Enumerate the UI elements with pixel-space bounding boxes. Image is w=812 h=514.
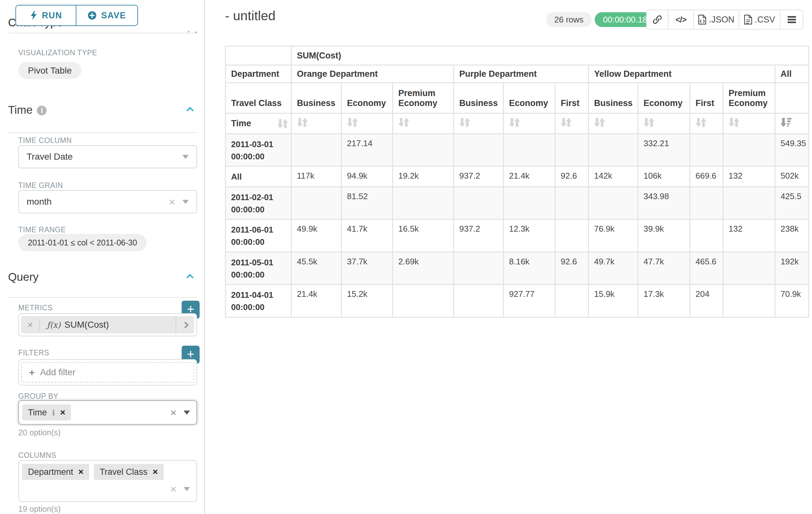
class-header: Business: [589, 83, 637, 113]
class-header: Premium Economy: [393, 83, 453, 113]
sort-column-button[interactable]: [393, 114, 453, 133]
sort-icon: [561, 117, 572, 128]
group-by-label: GROUP BY: [18, 392, 58, 401]
group-header: Yellow Department: [589, 65, 775, 82]
view-query-button[interactable]: </>: [669, 10, 694, 29]
cell: 927.77: [504, 285, 555, 317]
cell: 343.98: [638, 187, 689, 219]
lightning-icon: [30, 10, 37, 20]
row-header: 2011-04-01 00:00:00: [226, 285, 291, 317]
columns-tag-department[interactable]: Department ×: [22, 464, 89, 480]
plus-circle-icon: [88, 11, 96, 20]
info-icon[interactable]: i: [37, 106, 47, 115]
cell: 332.21: [638, 134, 689, 166]
cell: 49.9k: [292, 220, 341, 251]
class-header: Business: [292, 83, 341, 113]
sort-row: Time: [226, 114, 808, 133]
copy-link-button[interactable]: [647, 10, 669, 29]
cell: 37.7k: [342, 252, 392, 284]
sort-column-button[interactable]: [589, 114, 637, 133]
metric-header-row: SUM(Cost): [226, 47, 808, 64]
cell: 117k: [292, 167, 341, 186]
group-by-select[interactable]: Time i × ×: [18, 400, 197, 425]
cell: 502k: [775, 167, 808, 186]
sort-column-button[interactable]: [556, 114, 588, 133]
sort-column-active-button[interactable]: [775, 114, 808, 133]
clear-icon[interactable]: ×: [170, 484, 176, 494]
table-row: 2011-04-01 00:00:00 21.4k 15.2k 927.77 1…: [226, 285, 808, 317]
visualization-type-label: VISUALIZATION TYPE: [18, 49, 97, 57]
remove-metric-icon[interactable]: ×: [21, 319, 40, 330]
remove-tag-icon[interactable]: ×: [78, 467, 83, 477]
clear-icon[interactable]: ×: [169, 196, 175, 207]
metric-chip[interactable]: × ƒ(x) SUM(Cost): [21, 316, 194, 333]
row-header: 2011-05-01 00:00:00: [226, 252, 291, 284]
sort-column-button[interactable]: [638, 114, 689, 133]
sort-column-button[interactable]: [690, 114, 722, 133]
columns-tag-travel-class[interactable]: Travel Class ×: [94, 464, 163, 480]
export-json-button[interactable]: .JSON: [694, 10, 739, 29]
cell: 937.2: [454, 167, 503, 186]
save-button[interactable]: SAVE: [76, 5, 138, 26]
group-by-tag-time[interactable]: Time i ×: [22, 404, 71, 421]
time-column-select[interactable]: Travel Date: [18, 145, 197, 168]
chevron-down-icon: [183, 487, 190, 491]
sort-column-button[interactable]: [504, 114, 555, 133]
cell: 132: [723, 220, 775, 251]
time-column-label: TIME COLUMN: [18, 136, 72, 145]
info-icon[interactable]: i: [52, 408, 55, 417]
metric-header: SUM(Cost): [292, 47, 808, 64]
collapse-time-chevron-icon[interactable]: [186, 107, 194, 114]
remove-tag-icon[interactable]: ×: [152, 467, 157, 477]
class-header: First: [690, 83, 722, 113]
sort-icon: [729, 117, 740, 128]
row-header: All: [226, 167, 291, 186]
export-csv-button[interactable]: .CSV: [739, 10, 781, 29]
metric-name: SUM(Cost): [64, 320, 109, 330]
time-range-pill[interactable]: 2011-01-01 ≤ col < 2011-06-30: [18, 234, 147, 251]
cell: 21.4k: [292, 285, 341, 317]
section-divider: [8, 132, 197, 133]
sort-icon: [696, 117, 706, 128]
cell: 106k: [638, 167, 689, 186]
cell: 47.7k: [638, 252, 689, 284]
table-row: 2011-05-01 00:00:00 45.5k 37.7k 2.69k 8.…: [226, 252, 808, 284]
cell: 39.9k: [638, 220, 689, 251]
visualization-type-pill[interactable]: Pivot Table: [18, 62, 81, 79]
time-grain-select[interactable]: month ×: [18, 190, 197, 213]
department-header-row: Department Orange Department Purple Depa…: [226, 65, 808, 82]
time-sort-header[interactable]: Time: [226, 114, 291, 133]
sort-column-button[interactable]: [292, 114, 341, 133]
sort-icon: [509, 117, 520, 128]
time-section-heading: Time i: [8, 104, 47, 116]
cell: 204: [690, 285, 722, 317]
table-row: All 117k 94.9k 19.2k 937.2 21.4k 92.6 14…: [226, 167, 808, 186]
columns-select[interactable]: Department × Travel Class × ×: [18, 460, 197, 502]
control-panel-sidebar: Chart Type RUN SAVE VISUALIZATION TYPE P…: [0, 0, 205, 514]
class-header: Premium Economy: [723, 83, 775, 113]
cell: 19.2k: [393, 167, 453, 186]
sort-column-button[interactable]: [454, 114, 503, 133]
add-filter-button[interactable]: + Add filter: [21, 362, 194, 383]
filters-container: + Add filter: [18, 359, 197, 385]
chart-title[interactable]: - untitled: [225, 8, 276, 23]
row-count-badge: 26 rows: [546, 12, 592, 27]
collapse-query-chevron-icon[interactable]: [186, 274, 194, 281]
cell: 192k: [775, 252, 808, 284]
json-file-icon: [698, 15, 706, 25]
sort-column-button[interactable]: [342, 114, 392, 133]
hamburger-menu-icon: [787, 16, 796, 23]
sort-column-button[interactable]: [723, 114, 775, 133]
cell: 425.5: [775, 187, 808, 219]
cell: 21.4k: [504, 167, 555, 186]
clear-icon[interactable]: ×: [170, 407, 176, 418]
class-header: [775, 83, 808, 113]
sort-icon: [297, 117, 308, 128]
menu-button[interactable]: [781, 10, 803, 29]
expand-metric-button[interactable]: [176, 316, 194, 333]
department-corner: Department: [226, 65, 291, 82]
class-header: Economy: [342, 83, 392, 113]
remove-tag-icon[interactable]: ×: [60, 407, 65, 417]
row-header: 2011-03-01 00:00:00: [226, 134, 291, 166]
run-button[interactable]: RUN: [16, 5, 77, 26]
